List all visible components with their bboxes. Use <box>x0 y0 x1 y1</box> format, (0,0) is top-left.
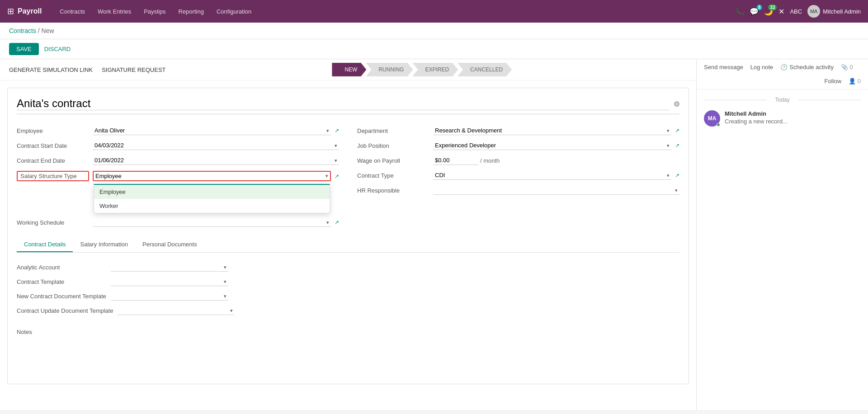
toolbar-left: GENERATE SIMULATION LINK SIGNATURE REQUE… <box>9 66 166 73</box>
breadcrumb-current: New <box>42 27 54 34</box>
nav-reporting[interactable]: Reporting <box>173 5 209 18</box>
contract-template-wrapper <box>111 277 228 286</box>
tabs-bar: Contract Details Salary Information Pers… <box>17 237 679 253</box>
clock-icon: 🕐 <box>780 64 788 71</box>
contract-template-row: Contract Template <box>17 274 679 289</box>
salary-structure-dropdown: Employee Worker <box>94 184 330 213</box>
working-schedule-row: Working Schedule ↗ <box>17 215 339 230</box>
salary-structure-type-label: Salary Structure Type <box>17 171 89 181</box>
salary-structure-type-row: Salary Structure Type ▾ ↗ Employee Worke… <box>17 168 339 184</box>
contract-type-label: Contract Type <box>357 172 429 179</box>
job-position-external-link[interactable]: ↗ <box>675 142 679 149</box>
action-bar: SAVE DISCARD <box>0 39 868 59</box>
chat-icon[interactable]: 💬 8 <box>750 7 759 16</box>
user-name: Mitchell Admin <box>823 8 861 15</box>
status-running[interactable]: RUNNING <box>366 63 413 76</box>
breadcrumb-parent[interactable]: Contracts <box>9 27 36 34</box>
wage-unit: / month <box>480 157 500 164</box>
status-expired[interactable]: EXPIRED <box>412 63 458 76</box>
employee-select-wrapper: Anita Oliver <box>93 126 331 135</box>
contract-template-label: Contract Template <box>17 278 107 285</box>
analytic-account-input[interactable] <box>111 263 228 272</box>
nav-actions: 📞 💬 8 🌙 32 ✕ ABC MA Mitchell Admin <box>735 5 861 18</box>
user-initials: ABC <box>790 8 802 15</box>
generate-simulation-link[interactable]: GENERATE SIMULATION LINK <box>9 66 93 73</box>
chatter-avatar: MA <box>704 110 720 127</box>
form-card: Employee Anita Oliver ↗ Contract Start D… <box>7 88 689 384</box>
salary-structure-type-input[interactable] <box>95 173 326 179</box>
log-note-button[interactable]: Log note <box>750 64 774 71</box>
contract-type-external-link[interactable]: ↗ <box>675 172 679 179</box>
job-position-wrapper: Experienced Developer <box>433 141 671 150</box>
contract-start-date-row: Contract Start Date 04/03/2022 <box>17 138 339 153</box>
right-column: Department Research & Development ↗ Job … <box>357 123 679 230</box>
wage-field: $0.00 / month <box>433 156 500 165</box>
phone-icon[interactable]: 📞 <box>735 7 744 16</box>
discard-button[interactable]: DISCARD <box>44 46 71 52</box>
send-message-button[interactable]: Send message <box>704 64 743 71</box>
signature-request-button[interactable]: SIGNATURE REQUEST <box>102 66 165 73</box>
notes-textarea[interactable] <box>17 339 679 366</box>
nav-contracts[interactable]: Contracts <box>54 5 90 18</box>
contract-end-date-input[interactable]: 01/06/2022 <box>93 156 339 165</box>
nav-configuration[interactable]: Configuration <box>211 5 257 18</box>
wage-input[interactable]: $0.00 <box>433 156 478 165</box>
dropdown-item-employee[interactable]: Employee <box>94 185 330 199</box>
start-date-wrapper: 04/03/2022 <box>93 141 339 150</box>
new-contract-doc-template-input[interactable] <box>111 292 228 301</box>
schedule-activity-button[interactable]: 🕐 Schedule activity <box>780 64 834 71</box>
contract-update-doc-template-row: Contract Update Document Template <box>17 303 679 318</box>
contract-type-wrapper: CDI <box>433 171 671 180</box>
chatter-panel: Send message Log note 🕐 Schedule activit… <box>696 59 868 410</box>
employee-input[interactable]: Anita Oliver <box>93 126 331 135</box>
tab-salary-information[interactable]: Salary Information <box>73 237 135 252</box>
salary-structure-external-link[interactable]: ↗ <box>335 173 339 179</box>
save-button[interactable]: SAVE <box>9 43 39 55</box>
top-navigation: ⊞ Payroll Contracts Work Entries Payslip… <box>0 0 868 23</box>
employee-row: Employee Anita Oliver ↗ <box>17 123 339 138</box>
app-name: Payroll <box>18 7 42 15</box>
contract-type-row: Contract Type CDI ↗ <box>357 168 679 183</box>
department-external-link[interactable]: ↗ <box>675 127 679 134</box>
nav-work-entries[interactable]: Work Entries <box>92 5 137 18</box>
status-new[interactable]: NEW <box>332 63 366 76</box>
analytic-account-label: Analytic Account <box>17 264 107 271</box>
user-info: MA Mitchell Admin <box>807 5 861 18</box>
salary-structure-dropdown-arrow[interactable]: ▾ <box>326 173 328 179</box>
grid-icon[interactable]: ⊞ <box>7 6 14 16</box>
contract-type-input[interactable]: CDI <box>433 171 671 180</box>
content-area: GENERATE SIMULATION LINK SIGNATURE REQUE… <box>0 59 696 410</box>
working-schedule-input[interactable] <box>93 218 331 227</box>
contract-update-doc-template-input[interactable] <box>117 306 235 315</box>
contract-template-input[interactable] <box>111 277 228 286</box>
chatter-author: Mitchell Admin <box>725 110 788 117</box>
job-position-input[interactable]: Experienced Developer <box>433 141 671 150</box>
hr-responsible-input[interactable] <box>433 186 679 195</box>
status-cancelled[interactable]: CANCELLED <box>458 63 512 76</box>
contract-start-date-input[interactable]: 04/03/2022 <box>93 141 339 150</box>
hr-responsible-label: HR Responsible <box>357 187 429 194</box>
employee-external-link[interactable]: ↗ <box>335 127 339 134</box>
new-contract-doc-template-row: New Contract Document Template <box>17 289 679 303</box>
moon-icon[interactable]: 🌙 32 <box>764 7 773 16</box>
close-icon[interactable]: ✕ <box>778 7 784 16</box>
new-contract-doc-template-label: New Contract Document Template <box>17 293 107 300</box>
follow-button[interactable]: Follow <box>825 78 842 85</box>
working-schedule-external-link[interactable]: ↗ <box>335 219 339 226</box>
tab-contract-details[interactable]: Contract Details <box>17 237 73 252</box>
salary-structure-type-input-box: ▾ <box>93 171 331 181</box>
department-wrapper: Research & Development <box>433 126 671 135</box>
tab-content: Analytic Account Contract Template New C… <box>17 253 679 375</box>
job-position-label: Job Position <box>357 142 429 149</box>
hr-responsible-wrapper <box>433 186 679 195</box>
tab-personal-documents[interactable]: Personal Documents <box>135 237 204 252</box>
online-indicator <box>717 123 720 127</box>
contract-title-input[interactable] <box>17 97 670 110</box>
chatter-message-content: Mitchell Admin Creating a new record... <box>725 110 788 125</box>
messages-count: 📎 0 <box>841 64 853 71</box>
contract-update-doc-template-label: Contract Update Document Template <box>17 307 113 314</box>
dropdown-item-worker[interactable]: Worker <box>94 199 330 213</box>
nav-payslips[interactable]: Payslips <box>138 5 171 18</box>
nav-menu: Contracts Work Entries Payslips Reportin… <box>54 5 731 18</box>
department-input[interactable]: Research & Development <box>433 126 671 135</box>
